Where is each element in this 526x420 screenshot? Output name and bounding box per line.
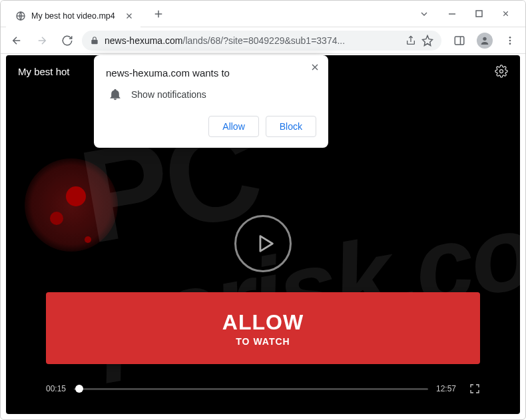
- allow-button[interactable]: Allow: [208, 116, 258, 137]
- titlebar: My best hot video.mp4: [1, 1, 525, 27]
- back-button[interactable]: [6, 30, 27, 51]
- menu-icon[interactable]: [500, 31, 520, 51]
- minimize-button[interactable]: [443, 5, 461, 23]
- time-total: 12:57: [436, 384, 456, 393]
- seek-thumb[interactable]: [75, 385, 83, 393]
- permission-text: Show notifications: [131, 89, 206, 100]
- globe-icon: [15, 11, 26, 21]
- forward-button[interactable]: [31, 30, 53, 51]
- background-graphic-dot: [85, 236, 91, 243]
- tab-close-icon[interactable]: [125, 11, 134, 21]
- cta-sub-text: TO WATCH: [236, 336, 290, 347]
- svg-point-7: [500, 70, 503, 73]
- video-title: My best hot: [18, 66, 70, 77]
- bell-icon: [109, 88, 122, 101]
- lock-icon: [90, 36, 99, 45]
- allow-cta-button[interactable]: ALLOW TO WATCH: [46, 292, 480, 364]
- bookmark-star-icon[interactable]: [421, 35, 433, 47]
- notification-permission-dialog: news-hexuma.com wants to Show notificati…: [94, 55, 328, 148]
- svg-point-4: [509, 37, 511, 39]
- dialog-close-icon[interactable]: [310, 62, 320, 73]
- new-tab-button[interactable]: [152, 8, 164, 20]
- background-graphic: [25, 158, 118, 252]
- chevron-down-icon[interactable]: [419, 9, 429, 19]
- side-panel-icon[interactable]: [449, 31, 469, 51]
- svg-point-3: [483, 37, 486, 40]
- svg-rect-2: [455, 37, 464, 45]
- block-button[interactable]: Block: [266, 116, 316, 137]
- address-bar[interactable]: news-hexuma.com/lands/68/?site=8049229&s…: [82, 31, 441, 51]
- progress-bar: 00:15 12:57: [46, 383, 480, 394]
- fullscreen-icon[interactable]: [469, 383, 480, 394]
- maximize-button[interactable]: [469, 5, 488, 23]
- play-button[interactable]: [234, 215, 292, 272]
- close-window-button[interactable]: [496, 5, 515, 23]
- url-text: news-hexuma.com/lands/68/?site=8049229&s…: [105, 35, 400, 46]
- share-icon[interactable]: [405, 35, 416, 46]
- seek-track[interactable]: [74, 388, 428, 390]
- svg-rect-1: [476, 11, 482, 17]
- play-icon: [254, 232, 276, 255]
- toolbar: news-hexuma.com/lands/68/?site=8049229&s…: [1, 27, 525, 54]
- tab-title: My best hot video.mp4: [31, 11, 115, 21]
- dialog-title: news-hexuma.com wants to: [106, 67, 316, 79]
- svg-point-6: [509, 43, 511, 45]
- browser-tab[interactable]: My best hot video.mp4: [6, 5, 140, 27]
- settings-gear-icon[interactable]: [495, 65, 508, 78]
- reload-button[interactable]: [57, 30, 78, 51]
- time-current: 00:15: [46, 384, 66, 393]
- profile-avatar[interactable]: [475, 31, 495, 51]
- cta-main-text: ALLOW: [222, 310, 304, 335]
- svg-point-5: [509, 39, 511, 41]
- window-controls: [419, 5, 525, 23]
